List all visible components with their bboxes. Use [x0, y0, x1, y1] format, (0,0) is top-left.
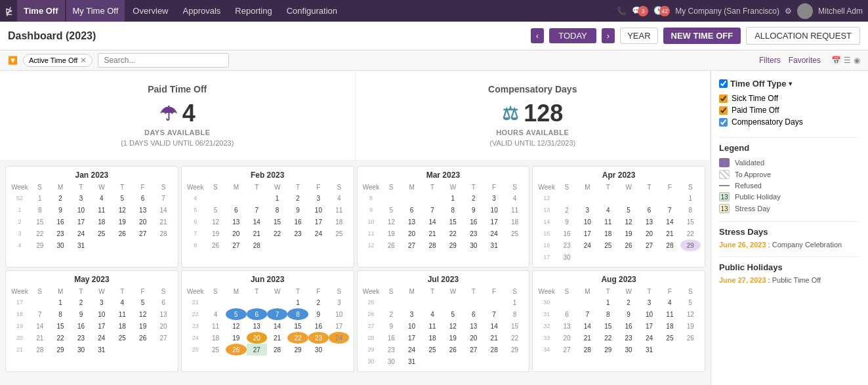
apps-grid-icon[interactable]: ⋭ [5, 6, 13, 16]
legend-validated: Validated [719, 158, 860, 167]
cal-cell: 14 [153, 204, 173, 216]
chat-icon[interactable]: 💬3 [632, 6, 648, 16]
stress-days-section: Stress Days June 26, 2023 : Company Cele… [719, 227, 860, 249]
cal-cell: 20 [133, 216, 153, 228]
month-title-apr: Apr 2023 [537, 171, 701, 180]
cal-cell: 22 [30, 228, 50, 239]
funnel-icon: 🔽 [8, 56, 18, 65]
holiday-date-1[interactable]: June 27, 2023 [719, 276, 766, 284]
public-holidays-section: Public Holidays June 27, 2023 : Public T… [719, 262, 860, 284]
cal-cell: 10 [71, 204, 91, 216]
to-approve-label: To Approve [735, 171, 771, 178]
validated-label: Validated [735, 159, 764, 167]
month-title-aug: Aug 2023 [537, 275, 701, 284]
stress-days-title: Stress Days [719, 227, 860, 237]
cal-cell: 27 [133, 228, 153, 239]
compensatory-value: ⚖ 128 [502, 100, 563, 127]
right-panel: Time Off Type ▾ Sick Time Off Paid Time … [711, 71, 868, 385]
paid-time-off-checkbox[interactable] [719, 106, 728, 115]
sick-time-off-checkbox[interactable] [719, 94, 728, 103]
cal-cell: 29 [30, 239, 50, 251]
cal-cell: 6 [133, 192, 153, 204]
compensatory-days-checkbox[interactable] [719, 118, 728, 127]
cal-cell: 7 [153, 192, 173, 204]
settings-icon[interactable]: ⚙ [785, 7, 792, 16]
user-name: Mitchell Adm [818, 7, 863, 16]
nav-approvals[interactable]: Approvals [176, 0, 228, 22]
paid-time-off-type-label: Paid Time Off [732, 106, 779, 115]
allocation-request-button[interactable]: ALLOCATION REQUEST [746, 27, 860, 45]
year-dropdown-button[interactable]: YEAR [620, 28, 657, 44]
next-button[interactable]: › [602, 28, 615, 43]
week-num: 2 [10, 216, 30, 228]
nav-reporting[interactable]: Reporting [228, 0, 278, 22]
paid-time-off-unit: DAYS AVAILABLE [144, 129, 211, 136]
month-title-jan: Jan 2023 [10, 171, 174, 180]
divider-1 [719, 137, 860, 138]
cal-cell [112, 239, 133, 251]
cal-cell: 30 [50, 239, 70, 251]
time-off-type-master-checkbox[interactable] [719, 79, 728, 88]
dashboard-header: Dashboard (2023) ‹ TODAY › YEAR NEW TIME… [0, 22, 868, 51]
top-navigation: ⋭ Time Off My Time Off Overview Approval… [0, 0, 868, 22]
paid-time-off-checkbox-item: Paid Time Off [719, 106, 860, 115]
month-feb-2023: Feb 2023 Week SMT WTFS 4 123 4 5 567 891… [181, 166, 354, 268]
legend-stress-day: 13 Stress Day [719, 204, 860, 213]
month-title-may: May 2023 [10, 275, 174, 284]
paid-time-off-label: Paid Time Off [148, 84, 207, 94]
cal-cell: 24 [71, 228, 91, 239]
search-input[interactable] [98, 53, 229, 68]
favorites-link[interactable]: Favorites [789, 56, 821, 65]
legend-refused: Refused [719, 182, 860, 190]
month-title-mar: Mar 2023 [362, 171, 526, 180]
week-num: 3 [10, 228, 30, 239]
calendar-area: Paid Time Off ☂ 4 DAYS AVAILABLE (1 DAYS… [0, 71, 711, 385]
list-view-icon[interactable]: ☰ [844, 56, 851, 65]
cal-cell: 9 [50, 204, 70, 216]
cal-cell: 18 [91, 216, 112, 228]
stress-day-label: Stress Day [735, 205, 770, 213]
nav-my-time-off[interactable]: My Time Off [66, 0, 125, 22]
nav-right-section: 📞 💬3 🕐42 My Company (San Francisco) ⚙ Mi… [617, 3, 863, 19]
main-content: Paid Time Off ☂ 4 DAYS AVAILABLE (1 DAYS… [0, 71, 868, 385]
month-jun-2023: Jun 2023 Week SMT WTFS 21 12 3 22 4 5 6 … [181, 270, 354, 372]
sick-time-off-checkbox-item: Sick Time Off [719, 94, 860, 103]
calendar-row-1: Jan 2023 Week SMT WTFS 52 1 2 3 4 5 6 7 [5, 166, 705, 268]
view-toggle: 📅 ☰ ◉ [831, 56, 860, 65]
cal-cell: 4 [91, 192, 112, 204]
nav-overview[interactable]: Overview [126, 0, 175, 22]
cal-cell [91, 239, 112, 251]
to-approve-swatch [719, 170, 730, 179]
active-filter-tag[interactable]: Active Time Off ✕ [23, 54, 93, 67]
cal-cell: 17 [71, 216, 91, 228]
month-jan-2023: Jan 2023 Week SMT WTFS 52 1 2 3 4 5 6 7 [5, 166, 178, 268]
chart-view-icon[interactable]: ◉ [854, 56, 860, 65]
clock-icon[interactable]: 🕐42 [653, 6, 670, 16]
filter-bar: 🔽 Active Time Off ✕ Filters Favorites 📅 … [0, 51, 868, 71]
month-title-feb: Feb 2023 [186, 171, 350, 180]
brand-label[interactable]: Time Off [17, 0, 65, 22]
cal-cell: 21 [153, 216, 173, 228]
phone-icon[interactable]: 📞 [617, 7, 627, 16]
legend-public-holiday: 13 Public Holiday [719, 192, 860, 201]
divider-3 [719, 256, 860, 257]
compensatory-card: Compensatory Days ⚖ 128 HOURS AVAILABLE … [356, 71, 711, 160]
cal-cell: 12 [112, 204, 133, 216]
cal-cell: 1 [30, 192, 50, 204]
paid-time-off-card: Paid Time Off ☂ 4 DAYS AVAILABLE (1 DAYS… [0, 71, 356, 160]
stress-day-swatch: 13 [719, 204, 730, 213]
cal-cell: 23 [50, 228, 70, 239]
stress-day-date-1[interactable]: June 26, 2023 [719, 241, 766, 249]
holiday-item-1: June 27, 2023 : Public Time Off [719, 276, 860, 284]
calendar-view-icon[interactable]: 📅 [831, 56, 841, 65]
prev-button[interactable]: ‹ [531, 28, 544, 43]
avatar[interactable] [797, 3, 813, 19]
time-off-type-section: Time Off Type ▾ Sick Time Off Paid Time … [719, 79, 860, 127]
filters-link[interactable]: Filters [759, 56, 781, 65]
nav-configuration[interactable]: Configuration [280, 0, 344, 22]
new-time-off-button[interactable]: NEW TIME OFF [663, 28, 741, 44]
today-button[interactable]: TODAY [549, 28, 596, 43]
public-holiday-swatch: 13 [719, 192, 730, 201]
cal-cell: 2 [50, 192, 70, 204]
remove-filter-icon[interactable]: ✕ [80, 56, 87, 65]
